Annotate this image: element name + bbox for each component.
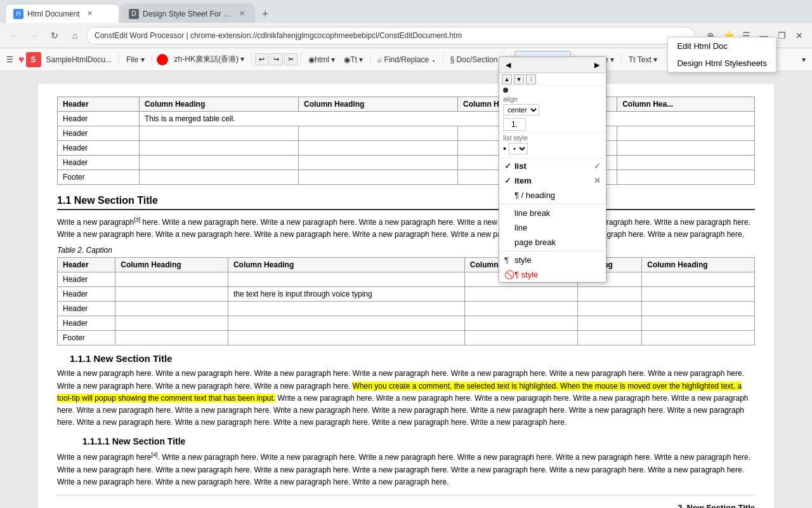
table-cell — [115, 272, 228, 287]
divider-4 — [301, 53, 301, 66]
para-align-select[interactable]: center left right — [503, 104, 539, 116]
para-item-list[interactable]: ✓ list ✓ — [499, 159, 606, 173]
table-cell-footer: Footer — [58, 331, 115, 345]
file-menu[interactable]: File ▾ — [122, 51, 148, 69]
document-area[interactable]: Header Column Heading Column Heading Col… — [0, 71, 812, 508]
para-item-style-add[interactable]: ¶ style — [499, 253, 606, 267]
table-cell — [577, 316, 642, 331]
table-row: Header — [58, 302, 755, 316]
table-1: Header Column Heading Column Heading Col… — [57, 97, 755, 185]
table-cell-footer: Footer — [58, 170, 140, 185]
design-html-stylesheets-item[interactable]: Design Html Stylesheets — [668, 55, 776, 72]
para-label-heading: ¶ / heading — [514, 190, 601, 200]
lang-menu[interactable]: zh-HK廣東話(香港) ▾ — [171, 51, 249, 69]
sidebar-toggle[interactable]: ☰ — [3, 51, 17, 69]
redo-button[interactable]: ↪ — [270, 53, 283, 65]
table-cell — [577, 302, 642, 316]
para-item-style-remove[interactable]: 🚫 ¶ style — [499, 267, 606, 282]
tab-1-title: Html Document — [27, 10, 80, 18]
para-nav-left[interactable]: ◀ — [502, 58, 514, 71]
para-format-row: ▲ ▼ ⋮ — [499, 73, 606, 86]
para-nav-right[interactable]: ▶ — [591, 58, 603, 71]
table-cell — [115, 287, 228, 302]
table-row: Footer — [58, 170, 755, 185]
table-cell — [642, 287, 755, 302]
table-cell — [617, 141, 755, 156]
table-cell — [139, 156, 298, 170]
table-cell-merged: This is a merged table cell. — [139, 112, 754, 126]
table-cell — [464, 287, 577, 302]
edit-menu-popup: Edit Html Doc Design Html Stylesheets — [667, 37, 776, 72]
table-cell: Header — [58, 316, 115, 331]
table-1-header-0: Header — [58, 97, 140, 112]
document-page: Header Column Heading Column Heading Col… — [38, 84, 774, 508]
find-replace-menu[interactable]: ⌕ Find/Replace ▾ — [374, 51, 439, 69]
cut-button[interactable]: ✂ — [284, 53, 298, 65]
divider-1 — [119, 53, 119, 66]
close-button[interactable]: ✕ — [792, 28, 807, 43]
heart-icon: ♥ — [18, 54, 25, 65]
divider-2 — [152, 53, 152, 66]
table-cell — [299, 126, 458, 141]
tt-menu[interactable]: ◉Tt ▾ — [340, 51, 367, 69]
para-no-icon: 🚫 — [504, 270, 514, 279]
table-1-header-2: Column Heading — [299, 97, 458, 112]
table-cell: Header — [58, 112, 140, 126]
new-tab-button[interactable]: + — [256, 5, 274, 23]
text-menu[interactable]: Tt Text ▾ — [625, 51, 661, 69]
para-up-btn[interactable]: ▲ — [502, 74, 512, 84]
table-cell — [464, 302, 577, 316]
table-row: Header — [58, 141, 755, 156]
para-separator-2 — [499, 251, 606, 251]
para-extra-item: ✕ — [594, 176, 601, 185]
para-item-line-break[interactable]: line break — [499, 206, 606, 220]
tab-2-favicon: D — [129, 9, 139, 19]
undo-button[interactable]: ↩ — [255, 53, 268, 65]
para-check-list: ✓ — [504, 161, 514, 171]
section-1-1-1-1-title: 1.1.1.1 New Section Title — [57, 436, 755, 446]
tab-1-favicon: H — [13, 9, 23, 19]
address-bar[interactable]: ConstEdit Word Processor | chrome-extens… — [86, 27, 695, 44]
para-item-line[interactable]: line — [499, 220, 606, 235]
tab-2[interactable]: D Design Style Sheet For H... ✕ — [121, 4, 255, 23]
para-label-style-remove: ¶ style — [514, 270, 538, 279]
tab-1[interactable]: H Html Document ✕ — [5, 4, 119, 23]
table-cell — [299, 141, 458, 156]
para-align-section: align center left right — [499, 94, 606, 117]
tab-2-close[interactable]: ✕ — [237, 9, 247, 19]
para-settings-btn[interactable]: ⋮ — [526, 74, 536, 84]
table-row: Header — [58, 126, 755, 141]
back-button[interactable]: ← — [5, 27, 23, 44]
para-item-heading[interactable]: ¶ / heading — [499, 188, 606, 203]
table-cell: Header — [58, 156, 140, 170]
table-cell — [115, 331, 228, 345]
table-cell: Header — [58, 287, 115, 302]
tab-1-close[interactable]: ✕ — [85, 9, 95, 19]
para-align-label: align — [503, 95, 602, 103]
para-down-btn[interactable]: ▼ — [514, 74, 524, 84]
html-menu[interactable]: ◉html ▾ — [304, 51, 339, 69]
table-cell — [139, 170, 298, 185]
para-item-item[interactable]: ✓ item ✕ — [499, 173, 606, 188]
para-check-line — [504, 223, 514, 232]
reload-button[interactable]: ↻ — [46, 27, 63, 44]
app-name[interactable]: SampleHtmlDocu... — [43, 51, 115, 69]
para-align-select-row: center left right — [503, 103, 602, 117]
para-list-style-section: list style • • ◦ ▪ — [499, 133, 606, 159]
table-cell — [464, 331, 577, 345]
table-cell — [577, 331, 642, 345]
table-cell — [228, 316, 464, 331]
para-list-style-select[interactable]: • ◦ ▪ — [509, 143, 528, 154]
para-num-input[interactable] — [503, 118, 526, 131]
table-cell — [642, 272, 755, 287]
forward-button[interactable]: → — [25, 27, 43, 44]
table-cell — [299, 170, 458, 185]
table-row: Header — [58, 272, 755, 287]
table-cell — [642, 331, 755, 345]
edit-html-doc-item[interactable]: Edit Html Doc — [668, 37, 776, 55]
table-2-caption: Table 2. Caption — [57, 246, 755, 255]
para-item-page-break[interactable]: page break — [499, 235, 606, 250]
home-button[interactable]: ⌂ — [66, 27, 84, 44]
para-label-item: item — [514, 176, 594, 185]
more-options[interactable]: ▾ — [798, 51, 809, 69]
